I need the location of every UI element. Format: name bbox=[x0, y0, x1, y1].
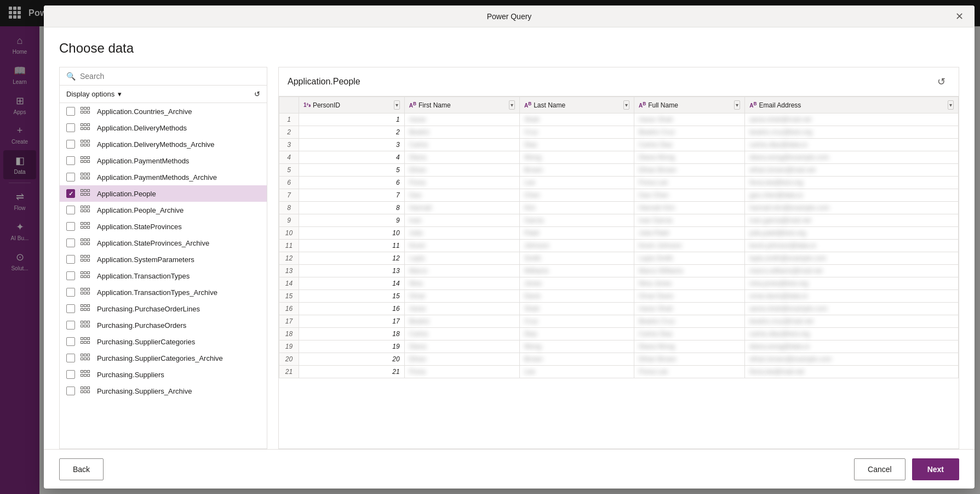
table-checkbox[interactable] bbox=[66, 206, 75, 214]
cell-email: diana.wong@example.com bbox=[745, 151, 959, 164]
refresh-preview-button[interactable]: ↺ bbox=[932, 73, 950, 90]
table-checkbox[interactable] bbox=[66, 354, 75, 362]
table-row: 11 11 Kevin Johnson Kevin Johnson kevin.… bbox=[279, 240, 959, 252]
table-checkbox[interactable] bbox=[66, 173, 75, 181]
cell-firstname: Gao bbox=[404, 189, 519, 202]
row-number: 2 bbox=[279, 126, 299, 139]
cell-firstname: Diana bbox=[404, 340, 519, 353]
cell-fullname: Kevin Johnson bbox=[634, 240, 744, 252]
table-checkbox[interactable] bbox=[66, 387, 75, 395]
list-item[interactable]: Application.Countries_Archive bbox=[60, 103, 267, 120]
table-checkbox-checked[interactable] bbox=[66, 189, 75, 198]
modal-content: 🔍 Display options ▾ ↺ bbox=[59, 67, 959, 449]
list-item[interactable]: Purchasing.PurchaseOrders bbox=[60, 317, 267, 333]
table-checkbox[interactable] bbox=[66, 271, 75, 280]
refresh-list-icon[interactable]: ↺ bbox=[254, 90, 260, 98]
cell-email: ivan.garcia@mail.net bbox=[745, 214, 959, 227]
cell-email: diana.wong@data.io bbox=[745, 340, 959, 353]
table-checkbox[interactable] bbox=[66, 255, 75, 264]
cell-fullname: Beatriz Cruz bbox=[634, 126, 744, 139]
list-item[interactable]: Application.StateProvinces_Archive bbox=[60, 235, 267, 251]
col-header-fullname[interactable]: AB Full Name ▾ bbox=[634, 97, 744, 113]
row-number: 4 bbox=[279, 151, 299, 164]
list-item[interactable]: Application.DeliveryMethods_Archive bbox=[60, 136, 267, 152]
cell-personid: 2 bbox=[299, 126, 405, 139]
table-icon bbox=[81, 222, 91, 231]
table-icon bbox=[81, 387, 91, 395]
list-item[interactable]: Application.TransactionTypes_Archive bbox=[60, 284, 267, 300]
list-item[interactable]: Purchasing.SupplierCategories_Archive bbox=[60, 350, 267, 366]
search-input[interactable] bbox=[80, 72, 260, 81]
table-name: Application.PaymentMethods bbox=[97, 157, 189, 165]
list-item[interactable]: Application.PaymentMethods_Archive bbox=[60, 169, 267, 185]
cell-lastname: Shah bbox=[519, 303, 634, 315]
col-header-lastname[interactable]: AB Last Name ▾ bbox=[519, 97, 634, 113]
cell-email: fiona.lee@test.org bbox=[745, 177, 959, 189]
col-sort-button[interactable]: ▾ bbox=[948, 100, 954, 110]
table-row: 5 5 Ethan Brown Ethan Brown ethan.brown@… bbox=[279, 164, 959, 177]
cell-email: julia.patel@test.org bbox=[745, 227, 959, 240]
cell-lastname: Brown bbox=[519, 353, 634, 366]
back-button[interactable]: Back bbox=[59, 458, 104, 480]
list-item-selected[interactable]: Application.People bbox=[60, 185, 267, 202]
list-item[interactable]: Application.People_Archive bbox=[60, 202, 267, 218]
cell-lastname: Smith bbox=[519, 252, 634, 265]
cell-email: omar.davis@data.io bbox=[745, 290, 959, 303]
next-button[interactable]: Next bbox=[912, 458, 959, 480]
table-checkbox[interactable] bbox=[66, 222, 75, 231]
table-checkbox[interactable] bbox=[66, 321, 75, 330]
cell-lastname: Lee bbox=[519, 177, 634, 189]
cell-firstname: Carlos bbox=[404, 139, 519, 151]
cell-firstname: Layla bbox=[404, 252, 519, 265]
cell-fullname: Diana Wong bbox=[634, 340, 744, 353]
list-item[interactable]: Purchasing.SupplierCategories bbox=[60, 333, 267, 350]
table-row: 16 16 Aarav Shah Aarav Shah aarav.shah@e… bbox=[279, 303, 959, 315]
table-checkbox[interactable] bbox=[66, 370, 75, 379]
list-item[interactable]: Purchasing.Suppliers_Archive bbox=[60, 383, 267, 399]
col-sort-button[interactable]: ▾ bbox=[734, 100, 740, 110]
table-checkbox[interactable] bbox=[66, 123, 75, 132]
table-icon bbox=[81, 337, 91, 346]
col-header-personid[interactable]: 1²₃ PersonID ▾ bbox=[299, 97, 405, 113]
cell-fullname: Layla Smith bbox=[634, 252, 744, 265]
col-header-email[interactable]: AB Email Address ▾ bbox=[745, 97, 959, 113]
data-table-wrapper[interactable]: 1²₃ PersonID ▾ AB First Name bbox=[279, 96, 959, 448]
col-sort-button[interactable]: ▾ bbox=[623, 100, 629, 110]
list-item[interactable]: Application.TransactionTypes bbox=[60, 268, 267, 284]
cell-lastname: Cruz bbox=[519, 126, 634, 139]
list-item[interactable]: Purchasing.PurchaseOrderLines bbox=[60, 300, 267, 317]
cell-firstname: Marco bbox=[404, 265, 519, 277]
cell-personid: 4 bbox=[299, 151, 405, 164]
col-header-firstname[interactable]: AB First Name ▾ bbox=[404, 97, 519, 113]
col-sort-button[interactable]: ▾ bbox=[394, 100, 400, 110]
table-checkbox[interactable] bbox=[66, 288, 75, 297]
display-options-bar[interactable]: Display options ▾ ↺ bbox=[60, 86, 267, 103]
table-checkbox[interactable] bbox=[66, 304, 75, 313]
table-icon bbox=[81, 321, 91, 330]
cell-firstname: Julia bbox=[404, 227, 519, 240]
list-item[interactable]: Application.StateProvinces bbox=[60, 218, 267, 235]
table-icon bbox=[81, 107, 91, 116]
list-item[interactable]: Application.DeliveryMethods bbox=[60, 120, 267, 136]
table-checkbox[interactable] bbox=[66, 140, 75, 149]
list-item[interactable]: Purchasing.Suppliers bbox=[60, 366, 267, 383]
col-sort-button[interactable]: ▾ bbox=[509, 100, 515, 110]
cell-firstname: Kevin bbox=[404, 240, 519, 252]
table-icon bbox=[81, 173, 91, 181]
cell-lastname: Lee bbox=[519, 366, 634, 378]
table-row: 2 2 Beatriz Cruz Beatriz Cruz beatriz.cr… bbox=[279, 126, 959, 139]
close-button[interactable]: ✕ bbox=[950, 8, 968, 25]
cancel-button[interactable]: Cancel bbox=[854, 458, 906, 480]
table-checkbox[interactable] bbox=[66, 239, 75, 247]
right-panel: Application.People ↺ 1²₃ PersonID bbox=[278, 67, 959, 449]
table-checkbox[interactable] bbox=[66, 107, 75, 116]
table-row: 21 21 Fiona Lee Fiona Lee fiona.lee@mail… bbox=[279, 366, 959, 378]
display-options-label: Display options bbox=[66, 90, 114, 98]
list-item[interactable]: Application.SystemParameters bbox=[60, 251, 267, 268]
cell-firstname: Aarav bbox=[404, 303, 519, 315]
table-checkbox[interactable] bbox=[66, 156, 75, 165]
list-item[interactable]: Application.PaymentMethods bbox=[60, 152, 267, 169]
col-type-icon: 1²₃ bbox=[303, 102, 311, 108]
cell-firstname: Aarav bbox=[404, 113, 519, 126]
table-checkbox[interactable] bbox=[66, 337, 75, 346]
